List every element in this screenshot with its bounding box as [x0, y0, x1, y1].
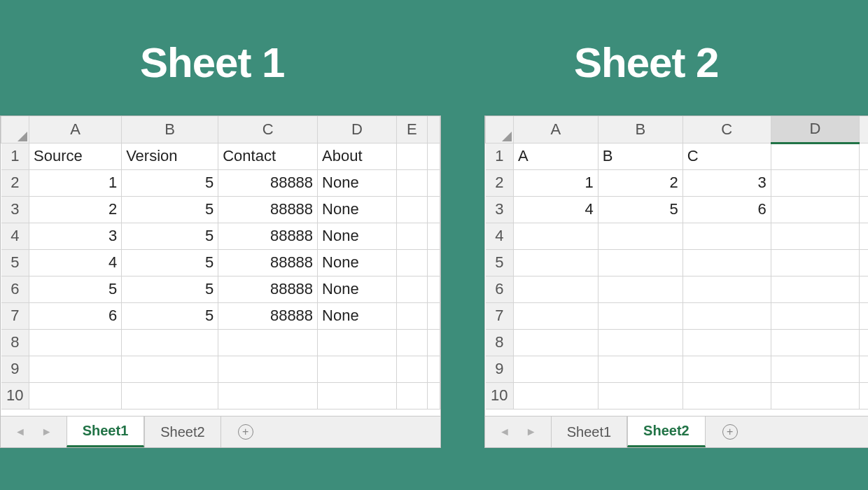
cell[interactable]: Source	[29, 143, 122, 169]
cell[interactable]	[514, 276, 598, 302]
cell[interactable]	[318, 356, 397, 382]
cell[interactable]: 5	[122, 196, 218, 223]
cell[interactable]: 4	[514, 196, 598, 223]
cell[interactable]	[771, 169, 859, 196]
cell[interactable]	[396, 169, 427, 196]
cell[interactable]	[514, 302, 598, 329]
row-header[interactable]: 7	[1, 302, 29, 329]
column-header[interactable]: C	[682, 116, 771, 143]
cell[interactable]	[598, 249, 682, 276]
cell[interactable]	[771, 276, 859, 302]
cell[interactable]: None	[318, 302, 397, 329]
cell[interactable]	[514, 329, 598, 356]
select-all-corner[interactable]	[486, 116, 514, 143]
column-header[interactable]: B	[598, 116, 682, 143]
select-all-corner[interactable]	[1, 116, 29, 143]
tab-sheet1[interactable]: Sheet1	[66, 416, 145, 447]
cell[interactable]	[122, 382, 218, 409]
cell[interactable]	[682, 382, 771, 409]
cell[interactable]	[318, 382, 397, 409]
cell[interactable]: 5	[122, 169, 218, 196]
cell[interactable]	[514, 223, 598, 249]
cell[interactable]	[218, 382, 318, 409]
cell[interactable]	[318, 329, 397, 356]
cell[interactable]: C	[682, 143, 771, 169]
cell[interactable]	[396, 382, 427, 409]
cell[interactable]: None	[318, 196, 397, 223]
tab-prev-icon[interactable]: ◄	[15, 426, 26, 438]
cell[interactable]	[771, 143, 859, 169]
row-header[interactable]: 4	[1, 223, 29, 249]
cell[interactable]	[598, 223, 682, 249]
cell[interactable]: B	[598, 143, 682, 169]
cell[interactable]	[771, 329, 859, 356]
row-header[interactable]: 9	[486, 356, 514, 382]
cell[interactable]	[771, 382, 859, 409]
row-header[interactable]: 2	[486, 169, 514, 196]
tab-prev-icon[interactable]: ◄	[499, 426, 510, 438]
cell[interactable]	[771, 223, 859, 249]
cell[interactable]: 5	[122, 302, 218, 329]
cell[interactable]: 3	[682, 169, 771, 196]
cell[interactable]	[598, 382, 682, 409]
tab-next-icon[interactable]: ►	[41, 426, 52, 438]
grid-sheet2[interactable]: ABCD 1ABC2123345645678910	[485, 116, 868, 416]
add-sheet-button[interactable]: +	[221, 416, 270, 447]
cell[interactable]: 88888	[218, 196, 318, 223]
cell[interactable]: 2	[598, 169, 682, 196]
cell[interactable]: Version	[122, 143, 218, 169]
cell[interactable]: 6	[682, 196, 771, 223]
cell[interactable]: 5	[122, 276, 218, 302]
grid-sheet1[interactable]: ABCDE 1SourceVersionContactAbout21588888…	[1, 116, 440, 416]
cell[interactable]	[29, 356, 122, 382]
add-sheet-button[interactable]: +	[706, 416, 755, 447]
cell[interactable]	[682, 302, 771, 329]
cell[interactable]	[396, 302, 427, 329]
cell[interactable]: 88888	[218, 249, 318, 276]
column-header[interactable]: C	[218, 116, 318, 143]
column-header[interactable]: A	[29, 116, 122, 143]
cell[interactable]	[396, 223, 427, 249]
tab-sheet2[interactable]: Sheet2	[627, 416, 706, 447]
cell[interactable]	[682, 223, 771, 249]
cell[interactable]	[122, 329, 218, 356]
cell[interactable]: 1	[514, 169, 598, 196]
row-header[interactable]: 6	[486, 276, 514, 302]
row-header[interactable]: 9	[1, 356, 29, 382]
cell[interactable]: 88888	[218, 169, 318, 196]
cell[interactable]	[771, 302, 859, 329]
row-header[interactable]: 3	[1, 196, 29, 223]
cell[interactable]	[598, 356, 682, 382]
cell[interactable]	[396, 196, 427, 223]
row-header[interactable]: 7	[486, 302, 514, 329]
cell[interactable]	[396, 329, 427, 356]
row-header[interactable]: 2	[1, 169, 29, 196]
row-header[interactable]: 5	[486, 249, 514, 276]
cell[interactable]	[29, 382, 122, 409]
cell[interactable]: 5	[122, 249, 218, 276]
row-header[interactable]: 10	[1, 382, 29, 409]
row-header[interactable]: 6	[1, 276, 29, 302]
cell[interactable]: None	[318, 276, 397, 302]
cell[interactable]: 4	[29, 249, 122, 276]
column-header[interactable]: E	[396, 116, 427, 143]
row-header[interactable]: 8	[1, 329, 29, 356]
cell[interactable]: None	[318, 169, 397, 196]
row-header[interactable]: 10	[486, 382, 514, 409]
column-header[interactable]: D	[318, 116, 397, 143]
cell[interactable]	[29, 329, 122, 356]
cell[interactable]: About	[318, 143, 397, 169]
cell[interactable]	[682, 276, 771, 302]
cell[interactable]	[682, 249, 771, 276]
cell[interactable]: 88888	[218, 276, 318, 302]
cell[interactable]: 88888	[218, 302, 318, 329]
cell[interactable]	[514, 356, 598, 382]
tab-sheet1[interactable]: Sheet1	[551, 416, 627, 447]
cell[interactable]: 2	[29, 196, 122, 223]
cell[interactable]	[514, 382, 598, 409]
cell[interactable]	[771, 249, 859, 276]
row-header[interactable]: 4	[486, 223, 514, 249]
row-header[interactable]: 1	[486, 143, 514, 169]
cell[interactable]: None	[318, 249, 397, 276]
tab-next-icon[interactable]: ►	[526, 426, 537, 438]
